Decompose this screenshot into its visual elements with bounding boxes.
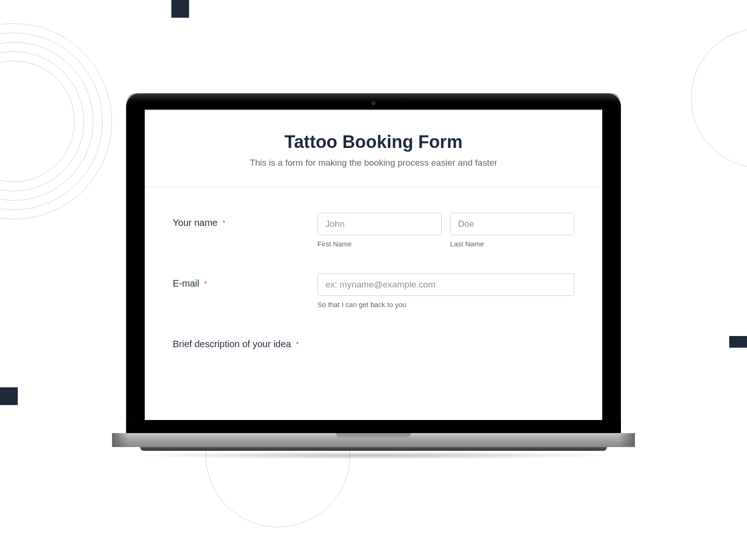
form-title: Tattoo Booking Form bbox=[163, 132, 584, 152]
required-asterisk: * bbox=[222, 219, 225, 227]
last-name-input[interactable] bbox=[450, 213, 574, 235]
required-asterisk: * bbox=[204, 280, 207, 288]
decorative-square-left bbox=[0, 387, 18, 405]
laptop-mockup: Tattoo Booking Form This is a form for m… bbox=[112, 93, 635, 459]
camera-icon bbox=[372, 101, 375, 105]
laptop-notch bbox=[336, 433, 411, 439]
first-name-group: First Name bbox=[317, 213, 442, 248]
laptop-base bbox=[112, 433, 635, 447]
form-header: Tattoo Booking Form This is a form for m… bbox=[145, 110, 602, 187]
name-label-col: Your name * bbox=[173, 213, 317, 248]
email-input[interactable] bbox=[317, 273, 574, 296]
first-name-input[interactable] bbox=[317, 213, 442, 235]
name-input-pair: First Name Last Name bbox=[317, 213, 574, 248]
name-input-col: First Name Last Name bbox=[317, 213, 574, 248]
required-asterisk: * bbox=[296, 341, 299, 349]
email-sublabel: So that I can get back to you bbox=[317, 301, 574, 308]
email-label: E-mail bbox=[173, 278, 199, 288]
last-name-sublabel: Last Name bbox=[450, 240, 574, 248]
decorative-square-top bbox=[171, 0, 189, 18]
description-label: Brief description of your idea bbox=[173, 339, 291, 349]
email-input-col: So that I can get back to you bbox=[317, 273, 574, 308]
laptop-foot bbox=[140, 447, 607, 451]
email-label-col: E-mail * bbox=[173, 273, 317, 308]
last-name-group: Last Name bbox=[450, 213, 574, 248]
laptop-shadow bbox=[128, 452, 619, 459]
description-label-col: Brief description of your idea * bbox=[173, 334, 299, 350]
laptop-bottom-bezel bbox=[126, 420, 621, 433]
laptop-bezel: Tattoo Booking Form This is a form for m… bbox=[126, 93, 621, 420]
email-row: E-mail * So that I can get back to you bbox=[173, 273, 574, 308]
form-subtitle: This is a form for making the booking pr… bbox=[163, 158, 584, 168]
form-body: Your name * First Name Last Name bbox=[145, 187, 602, 350]
decorative-square-right bbox=[729, 336, 747, 348]
first-name-sublabel: First Name bbox=[317, 240, 442, 248]
laptop-screen: Tattoo Booking Form This is a form for m… bbox=[145, 110, 602, 420]
name-row: Your name * First Name Last Name bbox=[173, 213, 574, 248]
name-label: Your name bbox=[173, 217, 218, 228]
description-row: Brief description of your idea * bbox=[173, 334, 574, 350]
